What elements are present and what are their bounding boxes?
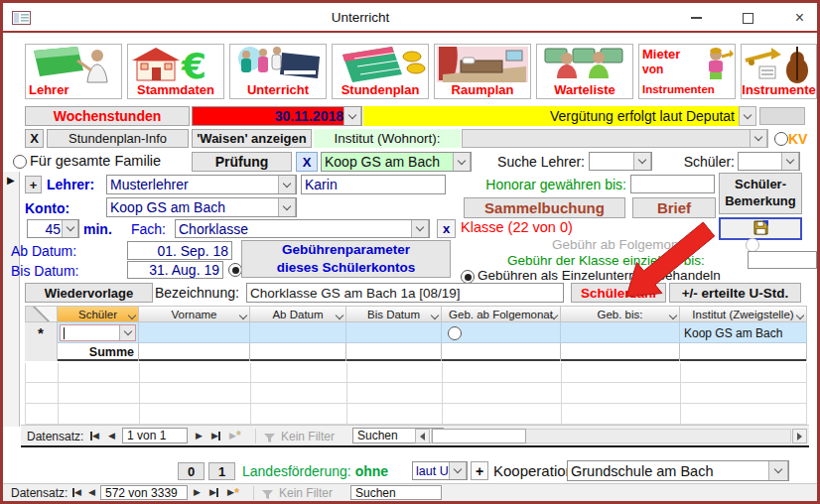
last-record-button[interactable]: ▶ bbox=[209, 488, 218, 497]
bezeichnung-field[interactable]: Chorklasse GS am Bach 1a [08/19] bbox=[246, 283, 564, 303]
suche-lehrer-combo[interactable] bbox=[589, 152, 652, 171]
suche-schueler-combo[interactable] bbox=[738, 152, 800, 171]
column-header-schueler[interactable]: Schüler bbox=[58, 306, 139, 322]
laut-combo[interactable]: laut Un bbox=[412, 461, 468, 480]
column-header-geb-folgemonat[interactable]: Geb. ab Folgemonat bbox=[442, 306, 561, 322]
chevron-down-icon[interactable] bbox=[750, 129, 767, 148]
x-toggle-button[interactable]: X bbox=[25, 129, 44, 148]
toolbar-button-raumplan[interactable]: Raumplan bbox=[434, 44, 531, 99]
toolbar-button-instrumente[interactable]: Instrumente bbox=[741, 44, 817, 99]
minuten-combo[interactable]: 45 bbox=[27, 219, 79, 238]
cell-vorname[interactable] bbox=[139, 322, 250, 343]
expand-plus-button[interactable]: + bbox=[25, 176, 42, 193]
save-button[interactable] bbox=[719, 217, 802, 240]
x-clear-fach-button[interactable]: x bbox=[437, 219, 456, 238]
hscroll-thumb[interactable] bbox=[432, 429, 526, 443]
bis-datum-radio[interactable] bbox=[228, 263, 242, 277]
schueler-new-combo[interactable] bbox=[60, 324, 136, 341]
wiedervorlage-button[interactable]: Wiedervorlage bbox=[25, 283, 153, 303]
record-selector-strip[interactable] bbox=[3, 172, 20, 427]
column-header-institut[interactable]: Institut (Zweigstelle) bbox=[680, 306, 807, 322]
cell-ab-datum[interactable] bbox=[250, 322, 346, 343]
maximize-button[interactable] bbox=[726, 3, 770, 33]
waisen-anzeigen-button[interactable]: 'Waisen' anzeigen bbox=[192, 129, 312, 148]
column-header-vorname[interactable]: Vorname bbox=[139, 306, 250, 322]
next-record-button[interactable]: ▶ bbox=[194, 488, 201, 497]
toolbar-button-warteliste[interactable]: Warteliste bbox=[536, 44, 633, 99]
column-header-ab-datum[interactable]: Ab Datum bbox=[250, 306, 346, 322]
column-header-bis-datum[interactable]: Bis Datum bbox=[346, 306, 442, 322]
kooperation-combo[interactable]: Grundschule am Bach bbox=[567, 460, 789, 481]
toolbar-button-unterricht[interactable]: Unterricht bbox=[229, 44, 327, 99]
record-position-box[interactable]: 572 von 3339 bbox=[100, 485, 188, 500]
chevron-down-icon[interactable] bbox=[453, 152, 471, 172]
verguetung-banner[interactable]: Vergütung erfolgt laut Deputat bbox=[363, 106, 756, 126]
eins-button[interactable]: 1 bbox=[208, 462, 235, 480]
null-button[interactable]: 0 bbox=[178, 462, 205, 480]
chevron-down-icon[interactable] bbox=[781, 152, 799, 171]
sammelbuchung-button[interactable]: Sammelbuchung bbox=[464, 197, 625, 218]
lehrer-vorname-field[interactable]: Karin bbox=[301, 175, 446, 194]
toolbar-button-lehrer[interactable]: Lehrer bbox=[25, 44, 122, 99]
pruefung-button[interactable]: Prüfung bbox=[192, 152, 292, 172]
new-record-button[interactable]: ▶* bbox=[227, 488, 239, 497]
toolbar-button-stundenplan[interactable]: Stundenplan bbox=[332, 44, 429, 99]
chevron-down-icon[interactable] bbox=[449, 461, 467, 480]
minimize-button[interactable] bbox=[674, 3, 719, 33]
einzelunterricht-radio[interactable] bbox=[461, 270, 475, 284]
filter-icon[interactable] bbox=[261, 487, 274, 504]
institut-filter-combo[interactable]: Koop GS am Bach bbox=[321, 152, 472, 172]
previous-record-button[interactable]: ◀ bbox=[88, 488, 95, 497]
x-filter-button[interactable]: X bbox=[296, 152, 318, 172]
first-record-button[interactable]: ◀ bbox=[72, 488, 81, 497]
brief-button[interactable]: Brief bbox=[632, 197, 716, 218]
plus-kooperation-button[interactable]: + bbox=[471, 461, 488, 480]
erteilte-ustd-button[interactable]: +/- erteilte U-Std. bbox=[669, 283, 801, 303]
chevron-down-icon[interactable] bbox=[633, 152, 651, 171]
toolbar-button-stammdaten[interactable]: € Stammdaten bbox=[127, 44, 224, 99]
main-search-input[interactable] bbox=[350, 485, 442, 500]
cell-bis-datum[interactable] bbox=[346, 322, 442, 343]
new-record-selector[interactable]: * bbox=[25, 322, 58, 343]
fach-combo[interactable]: Chorklasse bbox=[175, 219, 430, 238]
stichtag-date-combo[interactable]: 30.11.2018 bbox=[192, 106, 362, 126]
new-record-button[interactable]: ▶* bbox=[229, 432, 241, 441]
column-header-geb-bis[interactable]: Geb. bis: bbox=[561, 306, 680, 322]
bis-datum-field[interactable]: 31. Aug. 19 bbox=[127, 261, 223, 279]
next-record-button[interactable]: ▶ bbox=[196, 432, 203, 441]
schueler-bemerkung-button[interactable]: Schüler- Bemerkung bbox=[719, 173, 802, 214]
chevron-down-icon[interactable] bbox=[768, 460, 788, 481]
record-position-box[interactable]: 1 von 1 bbox=[122, 428, 188, 443]
chevron-down-icon[interactable] bbox=[739, 106, 756, 126]
close-button[interactable]: × bbox=[777, 3, 820, 33]
select-all-cell[interactable] bbox=[25, 306, 58, 322]
chevron-down-icon[interactable] bbox=[278, 175, 296, 194]
chevron-down-icon[interactable] bbox=[62, 219, 78, 238]
institut-wohnort-combo[interactable] bbox=[462, 129, 768, 148]
gebuehrenparameter-button[interactable]: Gebührenparameter dieses Schülerkontos bbox=[241, 240, 451, 278]
toolbar-button-mieter[interactable]: Mieter von Instrumenten bbox=[638, 44, 736, 99]
gebuehr-klasse-bis-field[interactable] bbox=[748, 251, 817, 269]
first-record-button[interactable]: ◀ bbox=[90, 432, 99, 441]
cell-geb-folgemonat[interactable] bbox=[442, 322, 561, 343]
hscroll-left-button[interactable] bbox=[415, 429, 430, 443]
cell-institut[interactable]: Koop GS am Bach bbox=[680, 322, 807, 343]
schuelerzahl-button[interactable]: Schülerzahl bbox=[571, 283, 666, 303]
stundenplan-info-button[interactable]: Stundenplan-Info bbox=[47, 129, 189, 148]
familie-radio[interactable] bbox=[13, 155, 27, 169]
honorar-bis-field[interactable] bbox=[630, 175, 715, 193]
previous-record-button[interactable]: ◀ bbox=[108, 432, 115, 441]
hscroll-right-button[interactable] bbox=[792, 429, 807, 443]
geb-folgemonat-radio[interactable] bbox=[448, 326, 462, 340]
kv-radio[interactable] bbox=[774, 132, 788, 146]
chevron-down-icon[interactable] bbox=[343, 106, 361, 126]
ab-datum-field[interactable]: 01. Sep. 18 bbox=[127, 241, 232, 260]
last-record-button[interactable]: ▶ bbox=[211, 432, 220, 441]
lehrer-combo[interactable]: Musterlehrer bbox=[106, 175, 297, 194]
wochenstunden-button[interactable]: Wochenstunden bbox=[25, 106, 190, 126]
chevron-down-icon[interactable] bbox=[119, 325, 135, 340]
chevron-down-icon[interactable] bbox=[278, 197, 296, 217]
cell-geb-bis[interactable] bbox=[561, 322, 680, 343]
konto-combo[interactable]: Koop GS am Bach bbox=[106, 197, 297, 217]
chevron-down-icon[interactable] bbox=[411, 219, 429, 238]
